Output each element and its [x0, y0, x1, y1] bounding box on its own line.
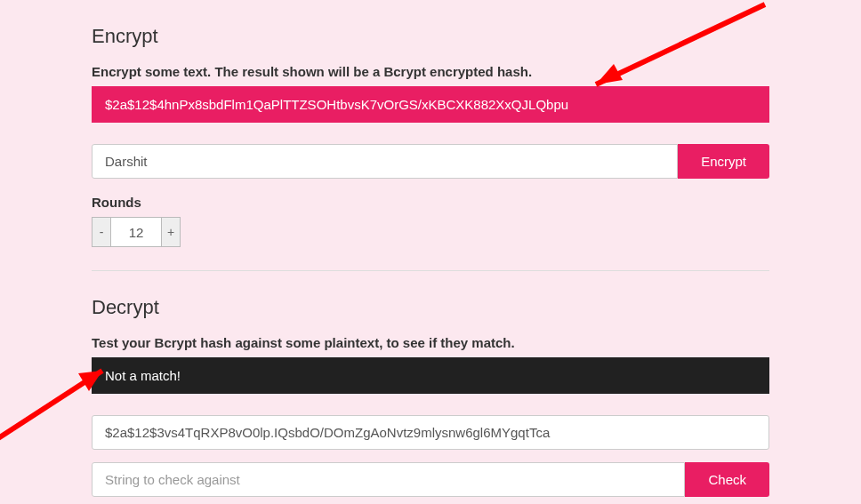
rounds-stepper: - + [92, 217, 181, 247]
encrypt-title: Encrypt [92, 25, 769, 48]
decrypt-result: Not a match! [92, 357, 769, 394]
rounds-input[interactable] [111, 217, 161, 247]
encrypt-result: $2a$12$4hnPx8sbdFlm1QaPlTTZSOHtbvsK7vOrG… [92, 86, 769, 123]
decrypt-desc: Test your Bcrypt hash against some plain… [92, 335, 769, 350]
encrypt-input[interactable] [92, 144, 678, 179]
encrypt-section: Encrypt Encrypt some text. The result sh… [92, 25, 769, 247]
decrypt-title: Decrypt [92, 296, 769, 319]
rounds-decrement-button[interactable]: - [92, 217, 111, 247]
encrypt-button[interactable]: Encrypt [678, 144, 769, 179]
decrypt-plaintext-input[interactable] [92, 462, 685, 497]
check-button[interactable]: Check [685, 462, 769, 497]
decrypt-hash-input[interactable] [92, 415, 769, 450]
rounds-label: Rounds [92, 195, 769, 210]
decrypt-section: Decrypt Test your Bcrypt hash against so… [92, 296, 769, 497]
section-divider [92, 270, 769, 271]
encrypt-desc: Encrypt some text. The result shown will… [92, 64, 769, 79]
rounds-increment-button[interactable]: + [161, 217, 181, 247]
